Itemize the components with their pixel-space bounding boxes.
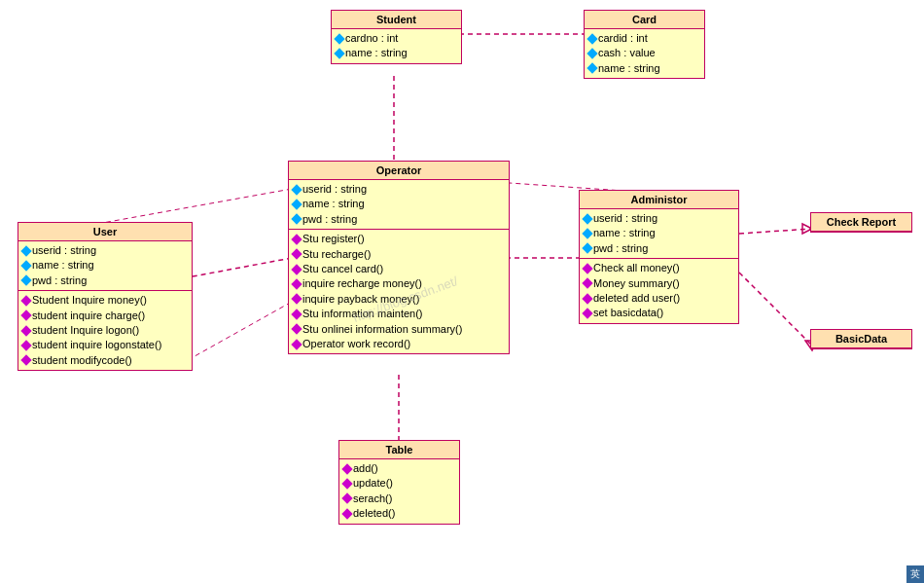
user-header: User xyxy=(18,223,192,241)
checkreport-header: Check Report xyxy=(811,213,911,232)
administor-box: Administor userid : string name : string… xyxy=(579,190,739,324)
operator-header: Operator xyxy=(289,162,509,180)
basicdata-box: BasicData xyxy=(810,329,912,349)
card-box: Card cardid : int cash : value name : st… xyxy=(584,10,705,79)
table-header: Table xyxy=(339,441,459,459)
svg-line-12 xyxy=(739,273,812,346)
operator-box: Operator userid : string name : string p… xyxy=(288,161,510,354)
svg-line-10 xyxy=(739,229,812,234)
card-header: Card xyxy=(585,11,704,29)
student-attrs: cardno : int name : string xyxy=(332,29,461,63)
corner-badge: 英 xyxy=(906,565,924,583)
user-attrs: userid : string name : string pwd : stri… xyxy=(18,241,192,291)
student-box: Student cardno : int name : string xyxy=(331,10,462,64)
table-box: Table add() update() serach() deleted() xyxy=(338,440,460,525)
svg-line-4 xyxy=(188,258,292,277)
administor-attrs: userid : string name : string pwd : stri… xyxy=(580,209,738,259)
basicdata-header: BasicData xyxy=(811,330,911,348)
checkreport-box: Check Report xyxy=(810,212,912,233)
administor-methods: Check all money() Money summary() delete… xyxy=(580,259,738,323)
student-header: Student xyxy=(332,11,461,29)
user-methods: Student Inquire money() student inquire … xyxy=(18,291,192,370)
card-attrs: cardid : int cash : value name : string xyxy=(585,29,704,78)
operator-methods: Stu register() Stu recharge() Stu cancel… xyxy=(289,230,509,353)
user-box: User userid : string name : string pwd :… xyxy=(18,222,193,371)
table-methods: add() update() serach() deleted() xyxy=(339,459,459,524)
svg-line-14 xyxy=(188,302,292,360)
operator-attrs: userid : string name : string pwd : stri… xyxy=(289,180,509,230)
administor-header: Administor xyxy=(580,191,738,209)
diagram-container: Student cardno : int name : string Card … xyxy=(0,0,924,583)
